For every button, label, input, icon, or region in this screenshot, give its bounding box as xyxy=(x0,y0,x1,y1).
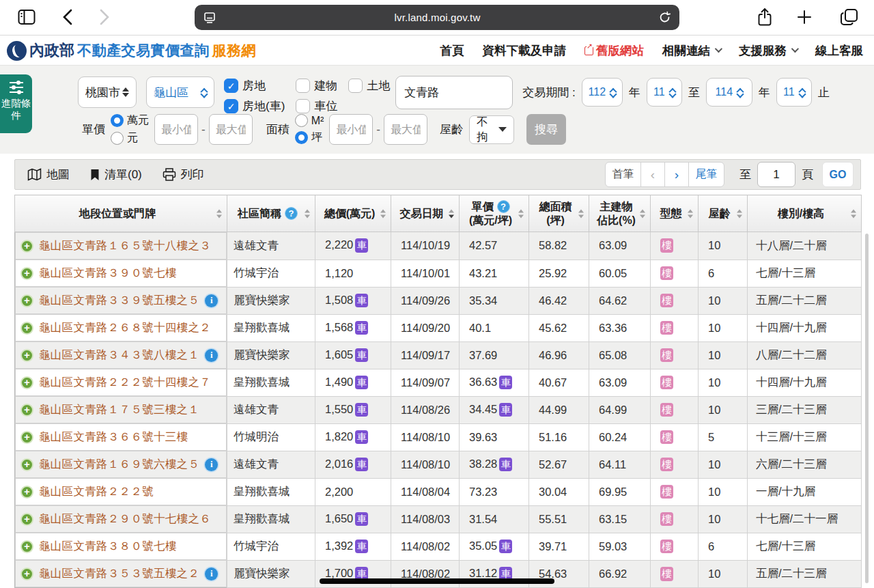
address-link[interactable]: 龜山區文青路１６９號六樓之５ xyxy=(39,457,199,472)
address-link[interactable]: 龜山區文青路２２２號十四樓之７ xyxy=(39,375,211,390)
expand-plus-icon[interactable] xyxy=(20,349,33,362)
col-floor[interactable]: 樓別/樓高 xyxy=(748,195,862,232)
expand-plus-icon[interactable] xyxy=(20,431,33,444)
table-row[interactable]: 龜山區文青路１６５號十八樓之３ 遠雄文青 2,220車 114/10/19 42… xyxy=(15,232,862,260)
info-icon[interactable] xyxy=(205,349,218,362)
table-row[interactable]: 龜山區文青路３４３號八樓之１ 麗寶快樂家 1,605車 114/09/17 37… xyxy=(15,341,862,369)
table-row[interactable]: 龜山區文青路３８０號七樓 竹城宇治 1,392車 114/08/02 35.05… xyxy=(15,533,862,560)
prev-page-button[interactable]: ‹ xyxy=(640,162,665,187)
reload-icon[interactable] xyxy=(658,11,671,24)
forward-button-icon[interactable] xyxy=(100,9,109,25)
nav-home[interactable]: 首頁 xyxy=(440,42,464,59)
unit-price-min-input[interactable] xyxy=(154,114,198,145)
address-link[interactable]: 龜山區文青路３５３號五樓之２ xyxy=(39,566,199,581)
nav-related-links[interactable]: 相關連結 xyxy=(662,42,720,59)
help-icon[interactable] xyxy=(497,200,510,213)
col-address[interactable]: 地段位置或門牌 xyxy=(15,195,227,232)
radio-square-meter[interactable]: M² xyxy=(295,114,324,127)
col-unit-price[interactable]: 單價 (萬元/坪) xyxy=(460,195,529,232)
sort-icon[interactable] xyxy=(640,209,645,218)
checkbox-icon[interactable] xyxy=(224,99,238,113)
table-row[interactable]: 龜山區文青路３３９號五樓之５ 麗寶快樂家 1,508車 114/09/26 35… xyxy=(15,287,862,314)
sort-icon[interactable] xyxy=(518,209,524,218)
radio-ping[interactable]: 坪 xyxy=(295,130,324,145)
search-button[interactable]: 搜尋 xyxy=(526,114,566,145)
help-icon[interactable] xyxy=(285,207,298,220)
end-year-select[interactable]: 114 xyxy=(706,78,752,107)
nav-customer-service[interactable]: 線上客服 xyxy=(815,42,863,59)
expand-plus-icon[interactable] xyxy=(20,486,33,499)
expand-plus-icon[interactable] xyxy=(20,540,33,553)
address-bar[interactable]: lvr.land.moi.gov.tw xyxy=(195,5,679,30)
share-icon[interactable] xyxy=(757,8,773,27)
start-year-select[interactable]: 112 xyxy=(582,78,623,107)
expand-plus-icon[interactable] xyxy=(20,294,33,307)
expand-plus-icon[interactable] xyxy=(20,513,33,526)
radio-icon[interactable] xyxy=(111,114,124,127)
tabs-overview-icon[interactable] xyxy=(840,8,858,26)
start-month-select[interactable]: 11 xyxy=(647,78,682,107)
map-button[interactable]: 地圖 xyxy=(27,167,70,182)
col-type[interactable]: 型態 xyxy=(651,195,699,232)
checkbox-land-building[interactable]: 房地 xyxy=(224,78,285,94)
sort-icon[interactable] xyxy=(578,209,584,218)
district-select[interactable]: 龜山區 xyxy=(146,76,214,108)
first-page-button[interactable]: 首筆 xyxy=(605,162,641,187)
address-link[interactable]: 龜山區文青路１７５號三樓之１ xyxy=(39,402,199,417)
checkbox-land[interactable]: 土地 xyxy=(348,78,390,94)
col-total-price[interactable]: 總價(萬元) xyxy=(315,195,391,232)
address-link[interactable]: 龜山區文青路２９０號十七樓之６ xyxy=(39,512,211,527)
expand-plus-icon[interactable] xyxy=(20,322,33,335)
address-link[interactable]: 龜山區文青路３８０號七樓 xyxy=(39,539,177,554)
col-date[interactable]: 交易日期 xyxy=(391,195,460,232)
address-link[interactable]: 龜山區文青路３６６號十三樓 xyxy=(39,430,188,445)
sort-icon[interactable] xyxy=(688,209,693,218)
page-number-input[interactable] xyxy=(757,162,795,187)
info-icon[interactable] xyxy=(205,568,218,580)
sort-icon[interactable] xyxy=(851,209,856,218)
expand-plus-icon[interactable] xyxy=(20,568,33,580)
radio-icon[interactable] xyxy=(295,131,308,144)
checkbox-icon[interactable] xyxy=(296,99,310,113)
col-main-building-ratio[interactable]: 主建物 佔比(%) xyxy=(589,195,651,232)
table-row[interactable]: 龜山區文青路２９０號十七樓之６ 皇翔歡喜城 1,650車 114/08/03 3… xyxy=(15,505,862,533)
unit-price-max-input[interactable] xyxy=(209,114,253,145)
checkbox-icon[interactable] xyxy=(224,79,238,93)
go-button[interactable]: GO xyxy=(822,162,854,187)
table-row[interactable]: 龜山區文青路３９０號七樓 竹城宇治 1,120 114/10/01 43.21 … xyxy=(15,260,862,287)
table-row[interactable]: 龜山區文青路３６６號十三樓 竹城明治 1,820車 114/08/10 39.6… xyxy=(15,423,862,451)
last-page-button[interactable]: 尾筆 xyxy=(688,162,724,187)
next-page-button[interactable]: › xyxy=(664,162,689,187)
advanced-conditions-tab[interactable]: 進階條件 xyxy=(0,74,32,133)
address-link[interactable]: 龜山區文青路３４３號八樓之１ xyxy=(39,348,199,363)
end-month-select[interactable]: 11 xyxy=(776,78,812,107)
col-community[interactable]: 社區簡稱 xyxy=(227,195,315,232)
col-age[interactable]: 屋齡 xyxy=(699,195,748,232)
info-icon[interactable] xyxy=(205,294,218,307)
address-link[interactable]: 龜山區文青路３３９號五樓之５ xyxy=(39,293,199,308)
nav-downloads[interactable]: 資料下載及申請 xyxy=(483,42,567,59)
sort-icon[interactable] xyxy=(305,209,310,218)
scrollbar[interactable] xyxy=(865,234,869,583)
expand-plus-icon[interactable] xyxy=(20,267,33,280)
print-button[interactable]: 列印 xyxy=(163,167,204,182)
sidebar-toggle-icon[interactable] xyxy=(18,9,36,25)
checkbox-icon[interactable] xyxy=(296,79,310,93)
area-max-input[interactable] xyxy=(384,114,427,145)
col-total-area[interactable]: 總面積 (坪) xyxy=(529,195,589,232)
city-select[interactable]: 桃園市 xyxy=(78,76,137,108)
sort-icon[interactable] xyxy=(380,209,386,218)
home-indicator[interactable] xyxy=(320,578,554,584)
saved-list-button[interactable]: 清單(0) xyxy=(90,167,142,182)
address-link[interactable]: 龜山區文青路２６８號十四樓之２ xyxy=(39,320,211,335)
table-row[interactable]: 龜山區文青路２２２號 皇翔歡喜城 2,200 114/08/04 73.23 3… xyxy=(15,478,862,505)
address-link[interactable]: 龜山區文青路２２２號 xyxy=(39,484,154,499)
info-icon[interactable] xyxy=(205,458,218,471)
table-row[interactable]: 龜山區文青路２６８號十四樓之２ 皇翔歡喜城 1,568車 114/09/20 4… xyxy=(15,314,862,341)
radio-wan-yuan[interactable]: 萬元 xyxy=(111,113,149,128)
back-button-icon[interactable] xyxy=(63,9,72,25)
road-search-input[interactable] xyxy=(395,76,513,109)
expand-plus-icon[interactable] xyxy=(20,240,33,253)
new-tab-icon[interactable] xyxy=(796,9,813,25)
table-row[interactable]: 龜山區文青路１６９號六樓之５ 遠雄文青 2,016車 114/08/10 38.… xyxy=(15,451,862,478)
